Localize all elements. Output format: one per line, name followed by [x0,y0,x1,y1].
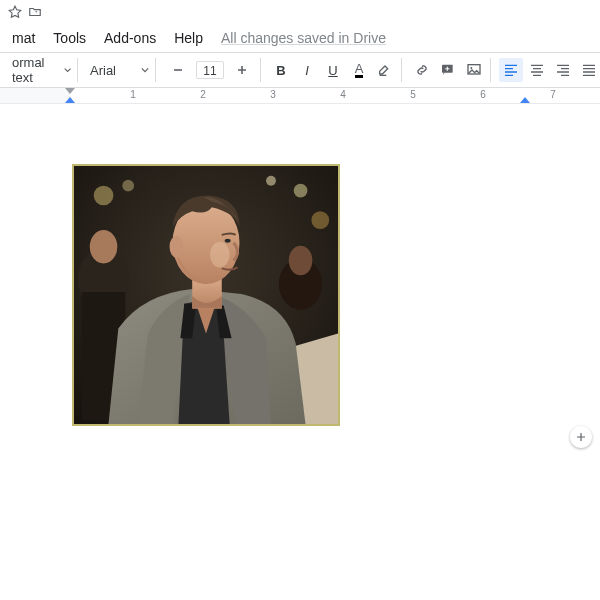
align-right-button[interactable] [551,58,575,82]
align-left-button[interactable] [499,58,523,82]
svg-point-14 [122,180,134,192]
svg-point-13 [266,176,276,186]
ruler-num: 3 [270,89,276,100]
ruler-scale: 1 2 3 4 5 6 7 [0,88,600,103]
align-left-icon [503,62,519,78]
svg-point-24 [210,242,230,268]
ruler-num: 1 [130,89,136,100]
svg-point-10 [94,186,114,206]
editor-workspace [0,106,600,600]
svg-point-22 [170,236,184,258]
align-center-icon [529,62,545,78]
paragraph-style-value: ormal text [12,55,64,85]
toolbar: ormal text Arial 11 B I U A [0,52,600,88]
ruler-num: 6 [480,89,486,100]
svg-point-16 [90,230,118,263]
chevron-down-icon [141,66,149,74]
explore-button[interactable] [570,426,592,448]
menu-bar: mat Tools Add-ons Help All changes saved… [0,24,600,52]
highlight-color-button[interactable] [373,58,397,82]
svg-point-2 [470,67,472,69]
highlighter-icon [377,62,393,78]
menu-tools[interactable]: Tools [45,26,94,50]
ruler-num: 2 [200,89,206,100]
first-line-indent-marker[interactable] [65,88,75,94]
menu-addons[interactable]: Add-ons [96,26,164,50]
align-right-icon [555,62,571,78]
ruler-num: 5 [410,89,416,100]
font-size-decrease[interactable] [166,58,190,82]
align-justify-icon [581,62,597,78]
folder-move-icon[interactable] [28,5,42,19]
font-size-control: 11 [160,58,261,82]
menu-help[interactable]: Help [166,26,211,50]
comment-plus-icon [440,62,456,78]
underline-button[interactable]: U [321,58,345,82]
ruler-num: 7 [550,89,556,100]
ruler-num: 4 [340,89,346,100]
font-size-increase[interactable] [230,58,254,82]
link-icon [414,62,430,78]
svg-point-11 [294,184,308,198]
italic-button[interactable]: I [295,58,319,82]
left-indent-marker[interactable] [65,97,75,103]
text-color-button[interactable]: A [347,58,371,82]
document-page[interactable] [0,106,600,600]
image-icon [466,62,482,78]
star-outline-icon[interactable] [8,5,22,19]
align-justify-button[interactable] [577,58,600,82]
font-family-dropdown[interactable]: Arial [82,58,156,82]
chevron-down-icon [64,66,71,74]
align-center-button[interactable] [525,58,549,82]
inserted-image[interactable] [72,164,340,426]
insert-link-button[interactable] [410,58,434,82]
right-indent-marker[interactable] [520,97,530,103]
insert-image-button[interactable] [462,58,486,82]
svg-point-19 [289,246,313,276]
plus-icon [575,431,587,443]
svg-point-23 [225,239,231,243]
menu-format[interactable]: mat [4,26,43,50]
horizontal-ruler[interactable]: 1 2 3 4 5 6 7 [0,88,600,104]
font-size-input[interactable]: 11 [196,61,224,79]
bold-button[interactable]: B [269,58,293,82]
add-comment-button[interactable] [436,58,460,82]
svg-point-12 [311,211,329,229]
font-family-value: Arial [90,63,116,78]
save-status[interactable]: All changes saved in Drive [221,30,386,46]
paragraph-style-dropdown[interactable]: ormal text [4,58,78,82]
